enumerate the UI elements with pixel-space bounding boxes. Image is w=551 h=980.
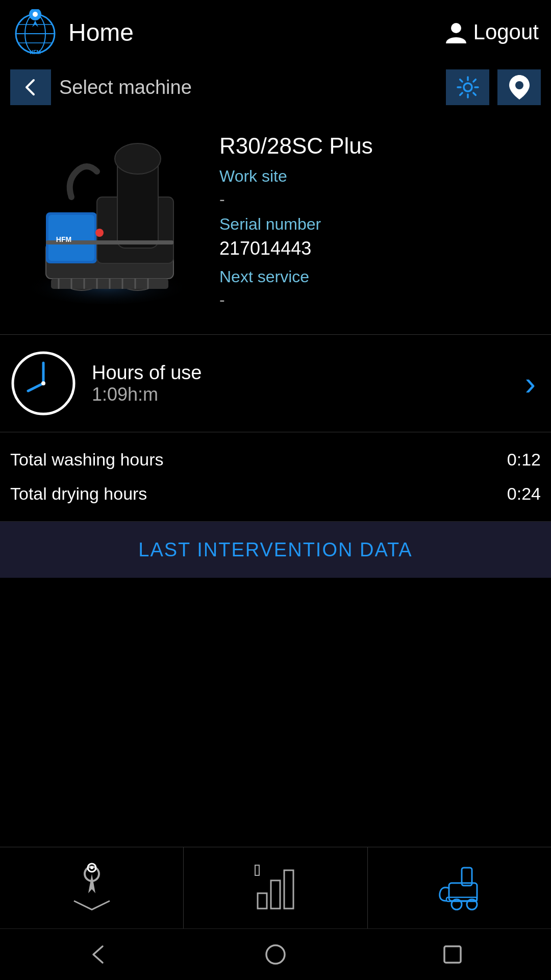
- hours-section[interactable]: Hours of use 1:09h:m ›: [0, 335, 551, 432]
- stats-section: Total washing hours 0:12 Total drying ho…: [0, 432, 551, 522]
- serial-label: Serial number: [219, 215, 541, 234]
- svg-rect-41: [284, 870, 293, 909]
- svg-text:HFM: HFM: [56, 235, 71, 243]
- machine-section: HFM R30/28SC Plus Work site - Serial num…: [0, 110, 551, 335]
- drying-hours-label: Total drying hours: [10, 484, 147, 504]
- android-home-icon: [264, 943, 287, 966]
- android-nav: [0, 928, 551, 980]
- bottom-nav: [0, 847, 551, 928]
- stat-row: Total drying hours 0:24: [10, 477, 541, 511]
- svg-line-34: [28, 383, 43, 391]
- svg-point-10: [515, 81, 523, 89]
- header: HFM Home Logout: [0, 0, 551, 64]
- toolbar: Select machine: [0, 64, 551, 110]
- worksite-label: Work site: [219, 167, 541, 186]
- nav-item-location[interactable]: [0, 847, 184, 928]
- svg-rect-40: [271, 880, 280, 909]
- hours-chevron-icon: ›: [525, 364, 536, 402]
- intervention-label: LAST INTERVENTION DATA: [138, 539, 412, 561]
- location-icon: [508, 74, 531, 101]
- machine-image: HFM: [15, 131, 199, 314]
- clock-icon: [10, 350, 77, 416]
- machine-nav-icon: [434, 863, 485, 914]
- logout-label: Logout: [473, 20, 539, 44]
- svg-rect-42: [255, 865, 259, 875]
- intervention-section[interactable]: LAST INTERVENTION DATA: [0, 522, 551, 578]
- svg-point-6: [33, 12, 38, 17]
- svg-point-38: [90, 866, 93, 869]
- hours-label: Hours of use: [92, 362, 510, 384]
- machine-image-container: HFM: [10, 126, 204, 319]
- logout-button[interactable]: Logout: [445, 20, 539, 44]
- stat-row: Total washing hours 0:12: [10, 443, 541, 477]
- svg-point-19: [115, 143, 161, 174]
- nav-item-stats[interactable]: [184, 847, 367, 928]
- location-nav-icon: [69, 863, 115, 914]
- washing-hours-label: Total washing hours: [10, 450, 164, 470]
- android-home-button[interactable]: [260, 939, 291, 970]
- stats-nav-icon: [253, 863, 298, 914]
- location-button[interactable]: [497, 69, 541, 105]
- android-back-icon: [87, 943, 110, 966]
- svg-point-8: [451, 23, 461, 33]
- svg-rect-49: [444, 946, 461, 963]
- washing-hours-value: 0:12: [507, 450, 541, 470]
- hours-info: Hours of use 1:09h:m: [92, 362, 510, 405]
- svg-text:HFM: HFM: [30, 50, 41, 55]
- android-back-button[interactable]: [83, 939, 114, 970]
- svg-rect-39: [258, 893, 267, 909]
- svg-point-9: [464, 83, 472, 91]
- machine-details: R30/28SC Plus Work site - Serial number …: [219, 126, 541, 319]
- nav-item-machine[interactable]: [368, 847, 551, 928]
- android-recent-icon: [441, 943, 464, 966]
- settings-button[interactable]: [446, 69, 489, 105]
- worksite-value: -: [219, 190, 541, 209]
- serial-value: 217014443: [219, 238, 541, 259]
- next-service-label: Next service: [219, 267, 541, 286]
- machine-name: R30/28SC Plus: [219, 133, 541, 159]
- next-service-value: -: [219, 290, 541, 309]
- back-button[interactable]: [10, 69, 51, 105]
- hours-value: 1:09h:m: [92, 384, 510, 405]
- android-recent-button[interactable]: [437, 939, 468, 970]
- svg-point-35: [41, 381, 45, 385]
- drying-hours-value: 0:24: [507, 484, 541, 504]
- logo: HFM: [12, 9, 58, 55]
- header-left: HFM Home: [12, 9, 134, 55]
- toolbar-title: Select machine: [59, 77, 438, 99]
- gear-icon: [456, 75, 480, 100]
- svg-point-20: [95, 229, 104, 237]
- app-title: Home: [68, 18, 134, 46]
- svg-point-48: [266, 945, 285, 964]
